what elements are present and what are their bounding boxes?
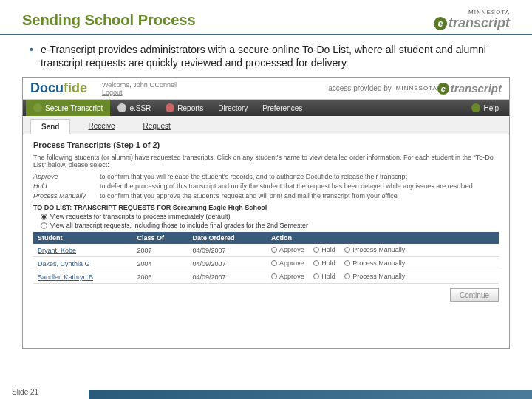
footer-bar [89, 390, 532, 399]
radio-icon [271, 247, 277, 253]
col-student: Student [33, 232, 133, 244]
def-approve-desc: to confirm that you will release the stu… [100, 173, 407, 180]
def-approve-term: Approve [33, 173, 100, 180]
action-approve[interactable]: Approve [271, 246, 304, 253]
table-row: Dakes, Cynthia G 2004 04/09/2007 Approve… [33, 257, 499, 270]
requests-table: Student Class Of Date Ordered Action Bry… [33, 232, 499, 284]
view-opt-immediate[interactable]: View requests for transcripts to process… [41, 213, 499, 220]
brand-mn: MINNESOTA [434, 9, 510, 16]
brand-e-icon: e [434, 17, 447, 30]
help-icon [471, 103, 480, 112]
view-opt-all[interactable]: View all transcript requests, including … [41, 222, 499, 229]
nav-essr[interactable]: e.SSR [110, 103, 158, 112]
chart-icon [166, 103, 174, 112]
tab-request[interactable]: Request [133, 119, 181, 134]
bullet-text: e-Transcript provides administrators wit… [41, 43, 502, 69]
radio-icon [313, 273, 319, 279]
col-classof: Class Of [133, 232, 188, 244]
access-label: access provided by [328, 84, 392, 92]
todo-header: TO DO LIST: TRANSCRIPT REQUESTS FOR Scre… [33, 204, 499, 211]
radio-icon [344, 273, 350, 279]
radio-icon [41, 222, 47, 229]
radio-icon [344, 260, 350, 266]
radio-icon [271, 260, 277, 266]
student-link[interactable]: Dakes, Cynthia G [33, 257, 133, 270]
action-manual[interactable]: Process Manually [344, 246, 405, 253]
brand-transcript: transcript [449, 16, 510, 31]
slide-title: Sending School Process [22, 12, 196, 29]
slide-number: Slide 21 [12, 388, 38, 396]
nav-directory[interactable]: Directory [211, 104, 255, 112]
radio-icon [41, 214, 47, 220]
action-hold[interactable]: Hold [313, 246, 335, 253]
action-manual[interactable]: Process Manually [344, 259, 405, 267]
nav-secure-transcript[interactable]: Secure Transcript [26, 100, 110, 116]
main-nav: Secure Transcript e.SSR Reports Director… [23, 100, 509, 116]
sub-tabs: Send Receive Request [23, 116, 509, 134]
provider-logo: MINNESOTA e transcript [396, 82, 502, 95]
doc-icon [117, 103, 126, 112]
student-link[interactable]: Sandler, Kathryn B [33, 270, 133, 284]
intro-text: The following students (or alumni) have … [33, 154, 499, 168]
radio-icon [313, 247, 319, 253]
nav-help[interactable]: Help [464, 103, 506, 112]
action-hold[interactable]: Hold [313, 259, 335, 267]
tab-send[interactable]: Send [30, 119, 70, 134]
col-date: Date Ordered [188, 232, 267, 244]
action-approve[interactable]: Approve [271, 259, 304, 267]
action-approve[interactable]: Approve [271, 273, 304, 280]
step-title: Process Transcripts (Step 1 of 2) [33, 140, 499, 149]
def-manual-term: Process Manually [33, 192, 100, 200]
def-hold-term: Hold [33, 183, 100, 190]
table-row: Bryant, Kobe 2007 04/09/2007 Approve Hol… [33, 244, 499, 257]
col-action: Action [267, 232, 499, 244]
student-link[interactable]: Bryant, Kobe [33, 244, 133, 257]
continue-button[interactable]: Continue [450, 288, 499, 302]
action-hold[interactable]: Hold [313, 273, 335, 280]
tab-receive[interactable]: Receive [78, 119, 125, 134]
logout-link[interactable]: Logout [102, 89, 123, 96]
bullet-icon: • [30, 43, 33, 69]
radio-icon [313, 260, 319, 266]
shield-icon [33, 103, 42, 112]
action-manual[interactable]: Process Manually [344, 273, 405, 280]
nav-reports[interactable]: Reports [158, 103, 211, 112]
app-screenshot: Docufide Welcome, John OConnell Logout a… [22, 77, 510, 349]
brand-logo: MINNESOTA e transcript [434, 9, 510, 31]
radio-icon [271, 273, 277, 279]
def-manual-desc: to confirm that you approve the student'… [100, 192, 398, 200]
app-logo: Docufide [30, 81, 87, 96]
definitions: Approveto confirm that you will release … [33, 173, 499, 200]
nav-preferences[interactable]: Preferences [255, 104, 310, 112]
welcome-text: Welcome, John OConnell Logout [102, 81, 177, 96]
def-hold-desc: to defer the processing of this transcri… [100, 183, 473, 190]
radio-icon [344, 247, 350, 253]
table-row: Sandler, Kathryn B 2006 04/09/2007 Appro… [33, 270, 499, 284]
